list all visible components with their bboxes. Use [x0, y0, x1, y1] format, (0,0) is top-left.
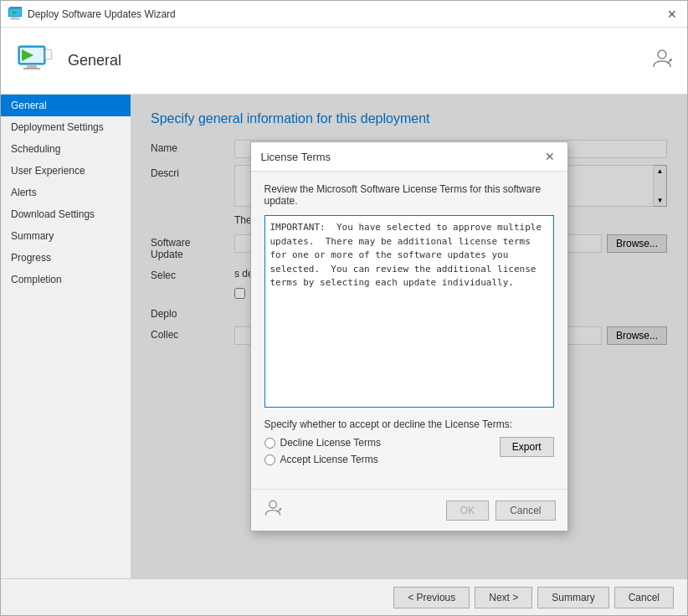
modal-overlay: License Terms ✕ Review the Microsoft Sof… — [131, 95, 687, 578]
header-section: General — [1, 28, 687, 95]
sidebar: General Deployment Settings Scheduling U… — [1, 95, 131, 578]
modal-description: Review the Microsoft Software License Te… — [264, 183, 554, 207]
sidebar-item-alerts[interactable]: Alerts — [1, 182, 131, 203]
ok-button[interactable]: OK — [446, 501, 489, 521]
main-window: Deploy Software Updates Wizard ✕ General — [0, 0, 688, 616]
sidebar-item-summary[interactable]: Summary — [1, 225, 131, 247]
header-icon — [14, 40, 56, 82]
decline-radio[interactable] — [264, 438, 275, 449]
header-title: General — [68, 52, 121, 69]
svg-point-13 — [658, 50, 666, 59]
agent-icon — [650, 47, 674, 70]
window-title: Deploy Software Updates Wizard — [28, 8, 176, 20]
bottom-bar: < Previous Next > Summary Cancel — [1, 578, 687, 615]
svg-rect-2 — [10, 18, 20, 20]
accept-label: Accept License Terms — [280, 454, 378, 465]
svg-point-14 — [269, 501, 276, 508]
main-content: General Deployment Settings Scheduling U… — [1, 95, 687, 578]
modal-title: License Terms — [261, 151, 331, 163]
sidebar-item-progress[interactable]: Progress — [1, 247, 131, 269]
sidebar-item-deployment-settings[interactable]: Deployment Settings — [1, 116, 131, 138]
computer-icon — [15, 41, 55, 81]
next-button[interactable]: Next > — [475, 587, 532, 608]
svg-rect-1 — [12, 17, 18, 18]
sidebar-item-download-settings[interactable]: Download Settings — [1, 203, 131, 225]
license-text-area[interactable] — [264, 215, 554, 408]
cancel-button[interactable]: Cancel — [495, 501, 555, 521]
svg-rect-9 — [23, 68, 40, 69]
header-agent-icon — [650, 47, 674, 75]
export-button[interactable]: Export — [500, 437, 554, 457]
accept-radio[interactable] — [264, 454, 275, 465]
modal-close-button[interactable]: ✕ — [542, 149, 557, 164]
sidebar-item-scheduling[interactable]: Scheduling — [1, 138, 131, 160]
modal-footer-agent-icon — [263, 498, 283, 522]
sidebar-item-user-experience[interactable]: User Experience — [1, 160, 131, 182]
modal-title-bar: License Terms ✕ — [251, 142, 567, 172]
content-area: Specify general information for this dep… — [131, 95, 687, 578]
decline-option[interactable]: Decline License Terms — [264, 437, 382, 449]
accept-option[interactable]: Accept License Terms — [264, 454, 382, 465]
svg-rect-11 — [46, 50, 51, 59]
svg-marker-3 — [8, 7, 22, 8]
previous-button[interactable]: < Previous — [393, 587, 470, 608]
svg-rect-8 — [27, 64, 37, 68]
modal-body: Review the Microsoft Software License Te… — [251, 172, 567, 489]
window-icon — [8, 7, 23, 22]
sidebar-item-general[interactable]: General — [1, 95, 131, 116]
sidebar-item-completion[interactable]: Completion — [1, 269, 131, 290]
cancel-bottom-button[interactable]: Cancel — [614, 587, 674, 608]
license-terms-dialog: License Terms ✕ Review the Microsoft Sof… — [250, 141, 568, 531]
radio-group: Decline License Terms Accept License Ter… — [264, 437, 382, 465]
modal-footer: OK Cancel — [251, 489, 567, 531]
close-button[interactable]: ✕ — [664, 6, 680, 23]
decline-label: Decline License Terms — [280, 437, 382, 449]
specify-label: Specify whether to accept or decline the… — [264, 418, 554, 430]
title-bar-left: Deploy Software Updates Wizard — [8, 7, 176, 22]
title-bar: Deploy Software Updates Wizard ✕ — [1, 1, 687, 28]
footer-agent-icon — [263, 498, 283, 518]
summary-button[interactable]: Summary — [537, 587, 608, 608]
